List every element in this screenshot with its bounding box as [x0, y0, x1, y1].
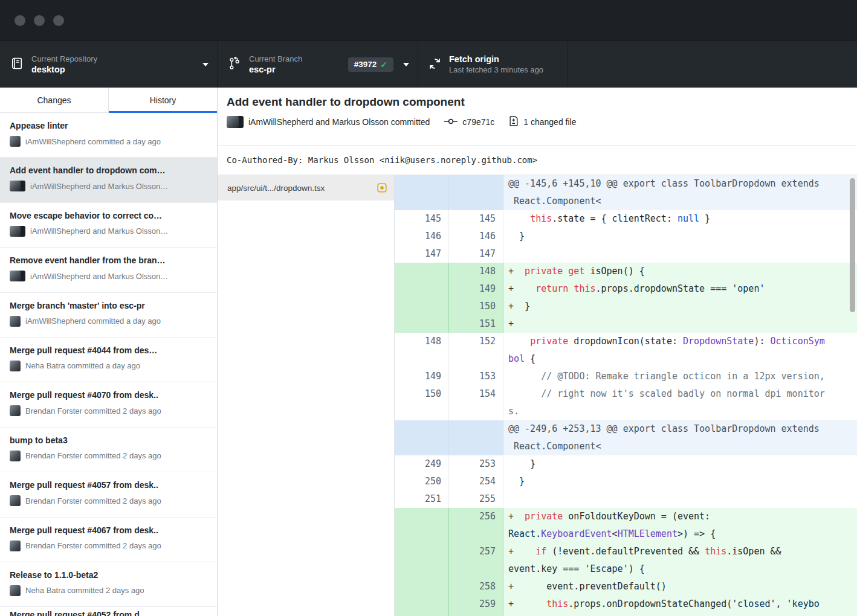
diff-hunk-header: @@ -249,6 +253,13 @@ export class Toolba…	[395, 420, 857, 455]
new-line-number: 254	[449, 473, 503, 490]
commit-list-item[interactable]: Merge branch 'master' into esc-priAmWill…	[0, 293, 217, 338]
avatar	[10, 316, 21, 327]
commit-list-byline: iAmWillShepherd and Markus Olsson…	[10, 181, 207, 191]
new-line-number: 153	[449, 368, 503, 385]
new-line-number: 145	[449, 210, 503, 228]
avatar	[10, 136, 21, 147]
avatar	[10, 585, 21, 596]
commit-list-item[interactable]: Merge pull request #4070 from desk..Bren…	[0, 382, 217, 427]
avatar	[10, 136, 21, 147]
new-line-number: 253	[449, 455, 503, 473]
commit-list-item[interactable]: Move escape behavior to correct co…iAmWi…	[0, 203, 217, 248]
commit-list-byline-text: Neha Batra committed 2 days ago	[25, 586, 144, 595]
tab-history[interactable]: History	[108, 88, 217, 112]
old-line-number: 147	[395, 245, 449, 263]
diff-context-line: 250254 }	[395, 473, 857, 490]
new-line-number: 148	[449, 263, 503, 280]
current-repository-value: desktop	[31, 65, 97, 74]
old-line-number	[395, 543, 449, 578]
commit-list-item[interactable]: Merge pull request #4052 from d…	[0, 607, 217, 616]
new-line-number: 151	[449, 315, 503, 333]
tab-changes[interactable]: Changes	[0, 88, 108, 112]
diff-context-line: 145145 this.state = { clientRect: null }	[395, 210, 857, 228]
new-line-number: 259	[449, 595, 503, 616]
avatar	[10, 495, 21, 506]
diff-code: + }	[503, 298, 857, 315]
commit-detail-pane: Add event handler to dropdown component …	[218, 88, 857, 616]
check-icon: ✓	[380, 60, 387, 69]
commit-list-byline-text: iAmWillShepherd and Markus Olsson…	[30, 226, 168, 236]
old-line-number	[395, 263, 449, 280]
toolbar-spacer	[568, 41, 857, 88]
commit-list-byline-text: Brendan Forster committed 2 days ago	[25, 541, 161, 550]
commit-list-item[interactable]: Merge pull request #4067 from desk..Bren…	[0, 518, 217, 562]
commit-list-item[interactable]: bump to beta3Brendan Forster committed 2…	[0, 428, 217, 472]
diff-context-line: 251255	[395, 490, 857, 508]
commit-list-item[interactable]: Appease linteriAmWillShepherd committed …	[0, 113, 217, 158]
old-line-number: 251	[395, 490, 449, 508]
new-line-number: 154	[449, 385, 503, 420]
new-line-number: 255	[449, 490, 503, 508]
minimize-window-button[interactable]	[34, 15, 45, 26]
old-line-number	[395, 508, 449, 543]
diff-context-line: 249253 }	[395, 455, 857, 473]
commit-list-byline: iAmWillShepherd and Markus Olsson…	[10, 226, 207, 237]
close-window-button[interactable]	[15, 15, 25, 26]
sidebar-tabs: Changes History	[0, 88, 217, 113]
changed-files-group: 1 changed file	[509, 116, 576, 128]
old-line-number: 146	[395, 228, 449, 245]
commit-list-byline-text: iAmWillShepherd committed a day ago	[25, 316, 161, 326]
new-line-number: 149	[449, 280, 503, 298]
commit-list-title: bump to beta3	[10, 435, 207, 446]
old-line-number: 149	[395, 368, 449, 385]
diff-code: + this.props.onDropdownStateChanged('clo…	[503, 595, 857, 616]
diff-context-line: 146146 }	[395, 228, 857, 245]
diff-added-line: 149+ return this.props.dropdownState ===…	[395, 280, 857, 298]
commit-list-title: Merge branch 'master' into esc-pr	[10, 300, 207, 311]
commit-byline: iAmWillShepherd and Markus Olsson commit…	[248, 117, 430, 127]
commit-list-item[interactable]: Remove event handler from the bran…iAmWi…	[0, 248, 217, 292]
titlebar	[0, 0, 857, 41]
zoom-window-button[interactable]	[53, 15, 64, 26]
diff-code: }	[503, 455, 857, 473]
diff-added-line: 258+ event.preventDefault()	[395, 578, 857, 595]
current-branch-button[interactable]: Current Branch esc-pr #3972 ✓	[218, 41, 418, 88]
commit-list-item[interactable]: Release to 1.1.0-beta2Neha Batra committ…	[0, 562, 217, 607]
commit-list-byline: Brendan Forster committed 2 days ago	[10, 495, 207, 506]
avatar	[10, 451, 21, 461]
commit-list-byline: Brendan Forster committed 2 days ago	[10, 405, 207, 416]
diff-added-line: 256+ private onFoldoutKeyDown = (event: …	[395, 508, 857, 543]
diff-scrollbar[interactable]	[850, 178, 855, 312]
file-list-item[interactable]: app/src/ui/t.../dropdown.tsx	[218, 175, 394, 201]
current-repository-button[interactable]: Current Repository desktop	[0, 41, 218, 88]
avatar	[10, 541, 21, 551]
current-repository-label: Current Repository	[31, 54, 97, 63]
diff-code: this.state = { clientRect: null }	[503, 210, 857, 228]
diff-added-line: 257+ if (!event.defaultPrevented && this…	[395, 543, 857, 578]
commit-list-byline-text: iAmWillShepherd and Markus Olsson…	[30, 272, 168, 281]
diff-code: + event.preventDefault()	[503, 578, 857, 595]
diff-context-line: 150154 // right now it's scaled badly on…	[395, 385, 857, 420]
commit-list-title: Appease linter	[10, 120, 207, 131]
commit-list-item[interactable]: Merge pull request #4044 from des…Neha B…	[0, 338, 217, 382]
old-line-number	[395, 315, 449, 333]
avatar	[10, 181, 25, 191]
commit-description: Co-Authored-By: Markus Olsson <niik@user…	[218, 145, 857, 175]
old-line-number: 250	[395, 473, 449, 490]
commit-list-title: Merge pull request #4070 from desk..	[10, 390, 207, 400]
commit-list-item[interactable]: Add event handler to dropdown com…iAmWil…	[0, 158, 217, 202]
commit-list-byline-text: Brendan Forster committed 2 days ago	[25, 406, 161, 415]
diff-added-line: 151+	[395, 315, 857, 333]
git-commit-icon	[444, 117, 458, 127]
commit-list-title: Merge pull request #4057 from desk..	[10, 480, 207, 490]
diff-context-line: 148152 private dropdownIcon(state: Dropd…	[395, 333, 857, 368]
diff-code: + if (!event.defaultPrevented && this.is…	[503, 543, 857, 578]
avatar	[10, 361, 21, 371]
changed-files-panel: app/src/ui/t.../dropdown.tsx	[218, 175, 395, 616]
commit-list-item[interactable]: Merge pull request #4057 from desk..Bren…	[0, 472, 217, 517]
fetch-origin-button[interactable]: Fetch origin Last fetched 3 minutes ago	[418, 41, 568, 88]
old-line-number	[395, 578, 449, 595]
commit-list-byline: iAmWillShepherd and Markus Olsson…	[10, 271, 207, 281]
git-branch-icon	[228, 57, 241, 72]
avatar	[227, 116, 244, 128]
